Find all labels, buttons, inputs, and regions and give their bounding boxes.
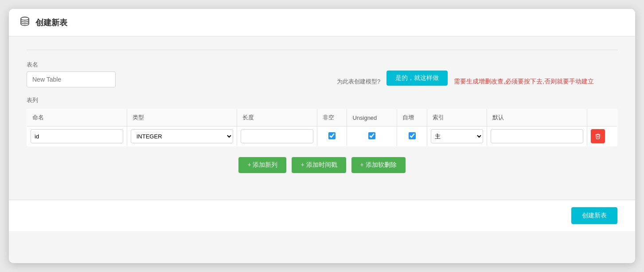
col-default-input[interactable] [491,129,583,143]
add-timestamp-button[interactable]: + 添加时间戳 [292,157,346,173]
col-notnull-cell [317,126,347,146]
col-unsigned-checkbox[interactable] [368,132,375,139]
col-type-cell: INTEGER VARCHAR TEXT TINYINT SMALLINT ME… [127,126,237,146]
columns-thead: 命名 类型 长度 非空 Unsigned 自增 索引 默认 [27,109,617,126]
th-name: 命名 [27,109,127,126]
table-name-input[interactable] [27,71,116,87]
delete-column-button[interactable] [591,129,605,143]
table-name-label: 表名 [27,61,328,69]
page-header: 创建新表 [9,9,635,36]
table-row: INTEGER VARCHAR TEXT TINYINT SMALLINT ME… [27,126,617,146]
add-softdelete-button[interactable]: + 添加软删除 [351,157,406,173]
col-length-cell [237,126,317,146]
col-unsigned-cell [347,126,397,146]
model-yes-button[interactable]: 是的，就这样做 [386,71,448,86]
th-type: 类型 [127,109,237,126]
columns-section: 表列 命名 类型 长度 非空 Unsigned 自增 索引 默认 [27,96,617,173]
content-area: 表名 为此表创建模型? 是的，就这样做 需要生成增删改查,必须要按下去,否则就要… [9,36,635,186]
model-label: 为此表创建模型? [337,78,380,86]
footer-bar: 创建新表 [9,200,635,231]
columns-tbody: INTEGER VARCHAR TEXT TINYINT SMALLINT ME… [27,126,617,146]
col-index-cell: 主 唯一 INDEX [427,126,487,146]
col-default-cell [487,126,587,146]
svg-point-0 [21,17,29,20]
model-warning: 需要生成增删改查,必须要按下去,否则就要手动建立 [454,78,594,86]
columns-header-row: 命名 类型 长度 非空 Unsigned 自增 索引 默认 [27,109,617,126]
table-name-group: 表名 为此表创建模型? 是的，就这样做 需要生成增删改查,必须要按下去,否则就要… [27,61,617,87]
columns-label: 表列 [27,96,617,104]
th-index: 索引 [427,109,487,126]
th-default: 默认 [487,109,587,126]
add-buttons-row: + 添加新列 + 添加时间戳 + 添加软删除 [27,157,617,173]
page-title: 创建新表 [35,17,67,28]
th-length: 长度 [237,109,317,126]
columns-table: 命名 类型 长度 非空 Unsigned 自增 索引 默认 [27,109,617,146]
th-unsigned: Unsigned [347,109,397,126]
col-name-cell [27,126,127,146]
main-window: 创建新表 表名 为此表创建模型? 是的，就这样做 需要生成增删改查,必须要按下去… [9,9,635,263]
add-column-button[interactable]: + 添加新列 [238,157,286,173]
th-notnull: 非空 [317,109,347,126]
col-index-select[interactable]: 主 唯一 INDEX [431,129,483,143]
col-autoincr-checkbox[interactable] [409,132,416,139]
th-autoincrement: 自增 [397,109,427,126]
col-length-input[interactable] [241,129,313,143]
col-autoincr-cell [397,126,427,146]
create-table-button[interactable]: 创建新表 [571,207,617,224]
th-action [587,109,617,126]
col-type-select[interactable]: INTEGER VARCHAR TEXT TINYINT SMALLINT ME… [131,129,233,143]
database-icon [20,16,30,29]
col-notnull-checkbox[interactable] [328,132,336,139]
col-delete-cell [587,126,617,146]
divider-top [27,50,617,50]
col-name-input[interactable] [31,129,123,143]
